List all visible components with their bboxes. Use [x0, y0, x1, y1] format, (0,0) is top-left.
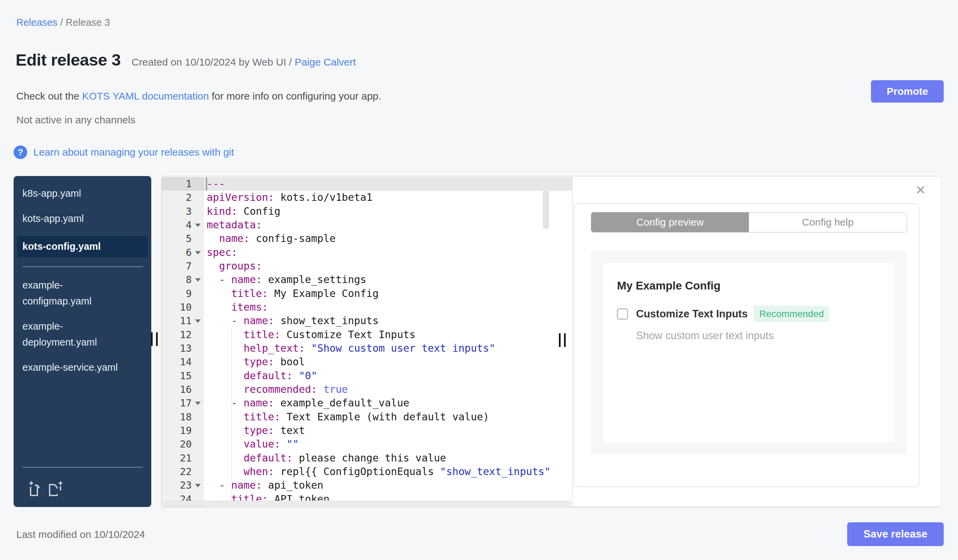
fold-arrow-icon[interactable] [195, 484, 201, 487]
fold-arrow-icon[interactable] [195, 251, 201, 255]
code-line-13[interactable]: 13 help_text: "Show custom user text inp… [162, 342, 572, 355]
gutter-line-number[interactable]: 10 [162, 301, 204, 314]
file-item-example-service.yaml[interactable]: example-service.yaml [22, 359, 124, 375]
code-text[interactable]: metadata: [204, 218, 572, 232]
gutter-line-number[interactable]: 11 [162, 314, 204, 327]
git-help-row[interactable]: ? Learn about managing your releases wit… [14, 146, 234, 159]
code-line-6[interactable]: 6spec: [162, 246, 572, 259]
code-line-10[interactable]: 10 items: [162, 301, 572, 314]
gutter-line-number[interactable]: 14 [162, 355, 204, 369]
gutter-line-number[interactable]: 5 [162, 232, 204, 245]
code-text[interactable]: name: config-sample [204, 232, 572, 245]
code-line-17[interactable]: 17 - name: example_default_value [162, 396, 572, 410]
customize-text-inputs-checkbox[interactable] [617, 308, 628, 320]
gutter-line-number[interactable]: 17 [162, 396, 204, 410]
kots-docs-link[interactable]: KOTS YAML documentation [82, 90, 209, 101]
code-text[interactable]: - name: api_token [204, 478, 572, 492]
code-line-18[interactable]: 18 title: Text Example (with default val… [162, 410, 572, 424]
code-line-8[interactable]: 8 - name: example_settings [162, 273, 572, 286]
gutter-line-number[interactable]: 25 [162, 506, 204, 507]
tab-config-preview[interactable]: Config preview [591, 212, 749, 232]
code-text[interactable]: spec: [204, 246, 572, 259]
code-text[interactable]: default: please change this value [204, 451, 572, 465]
code-line-3[interactable]: 3kind: Config [162, 204, 572, 218]
code-line-25[interactable]: 25 type: password [162, 506, 572, 507]
fold-arrow-icon[interactable] [195, 278, 201, 282]
editor-horizontal-scrollbar[interactable] [162, 500, 571, 506]
code-line-2[interactable]: 2apiVersion: kots.io/v1beta1 [162, 191, 572, 204]
fold-arrow-icon[interactable] [195, 402, 201, 405]
file-item-example-deployment.yaml[interactable]: example-deployment.yaml [22, 318, 124, 350]
code-text[interactable]: apiVersion: kots.io/v1beta1 [204, 191, 572, 204]
code-text[interactable]: --- [204, 177, 572, 191]
code-text[interactable]: default: "0" [204, 369, 572, 383]
code-text[interactable]: - name: show_text_inputs [204, 314, 572, 327]
code-text[interactable]: recommended: true [204, 383, 572, 396]
file-item-kots-app.yaml[interactable]: kots-app.yaml [22, 211, 124, 227]
code-text[interactable]: type: text [204, 424, 572, 437]
gutter-line-number[interactable]: 21 [162, 451, 204, 465]
code-line-1[interactable]: 1--- [162, 177, 572, 191]
gutter-line-number[interactable]: 15 [162, 369, 204, 383]
code-text[interactable]: value: "" [204, 437, 572, 451]
code-line-11[interactable]: 11 - name: show_text_inputs [162, 314, 572, 327]
gutter-line-number[interactable]: 22 [162, 465, 204, 478]
gutter-line-number[interactable]: 9 [162, 287, 204, 301]
code-line-9[interactable]: 9 title: My Example Config [162, 287, 572, 301]
code-line-19[interactable]: 19 type: text [162, 424, 572, 437]
code-text[interactable]: kind: Config [204, 204, 572, 218]
code-text[interactable]: groups: [204, 259, 572, 273]
code-text[interactable]: type: bool [204, 355, 572, 369]
gutter-line-number[interactable]: 6 [162, 246, 204, 259]
fold-arrow-icon[interactable] [195, 224, 201, 227]
gutter-line-number[interactable]: 1 [162, 177, 204, 191]
code-line-20[interactable]: 20 value: "" [162, 437, 572, 451]
close-icon[interactable]: × [916, 183, 925, 197]
gutter-line-number[interactable]: 18 [162, 410, 204, 424]
yaml-editor[interactable]: 1---2apiVersion: kots.io/v1beta13kind: C… [162, 176, 572, 507]
code-line-21[interactable]: 21 default: please change this value [162, 451, 572, 465]
gutter-line-number[interactable]: 19 [162, 424, 204, 437]
code-line-7[interactable]: 7 groups: [162, 259, 572, 273]
code-line-14[interactable]: 14 type: bool [162, 355, 572, 369]
author-link[interactable]: Paige Calvert [295, 56, 356, 68]
save-release-button[interactable]: Save release [847, 522, 944, 546]
gutter-line-number[interactable]: 4 [162, 218, 204, 232]
upload-file-icon[interactable] [27, 481, 42, 497]
file-item-k8s-app.yaml[interactable]: k8s-app.yaml [22, 185, 124, 201]
editor-resize-handle[interactable] [559, 333, 566, 347]
code-text[interactable]: - name: example_default_value [204, 396, 572, 410]
gutter-line-number[interactable]: 2 [162, 191, 204, 204]
gutter-line-number[interactable]: 23 [162, 478, 204, 492]
git-link[interactable]: Learn about managing your releases with … [33, 146, 234, 158]
code-text[interactable]: items: [204, 301, 572, 314]
code-line-15[interactable]: 15 default: "0" [162, 369, 572, 383]
code-text[interactable]: when: repl{{ ConfigOptionEquals "show_te… [204, 465, 572, 478]
code-line-23[interactable]: 23 - name: api_token [162, 478, 572, 492]
code-text[interactable]: title: Text Example (with default value) [204, 410, 572, 424]
code-text[interactable]: - name: example_settings [204, 273, 572, 286]
fold-arrow-icon[interactable] [195, 320, 201, 323]
promote-button[interactable]: Promote [871, 80, 944, 103]
tab-config-help[interactable]: Config help [749, 212, 907, 232]
code-line-4[interactable]: 4metadata: [162, 218, 572, 232]
add-file-icon[interactable] [48, 481, 64, 497]
gutter-line-number[interactable]: 3 [162, 204, 204, 218]
code-line-16[interactable]: 16 recommended: true [162, 383, 572, 396]
file-item-example-configmap.yaml[interactable]: example-configmap.yaml [22, 277, 124, 309]
gutter-line-number[interactable]: 7 [162, 259, 204, 273]
gutter-line-number[interactable]: 12 [162, 328, 204, 342]
gutter-line-number[interactable]: 20 [162, 437, 204, 451]
code-text[interactable]: title: My Example Config [204, 287, 572, 301]
code-line-22[interactable]: 22 when: repl{{ ConfigOptionEquals "show… [162, 465, 572, 478]
code-line-12[interactable]: 12 title: Customize Text Inputs [162, 328, 572, 342]
file-item-kots-config.yaml[interactable]: kots-config.yaml [17, 236, 148, 257]
gutter-line-number[interactable]: 8 [162, 273, 204, 286]
code-text[interactable]: title: Customize Text Inputs [204, 328, 572, 342]
breadcrumb-releases-link[interactable]: Releases [16, 17, 57, 28]
sidebar-resize-handle[interactable] [151, 332, 158, 346]
code-line-5[interactable]: 5 name: config-sample [162, 232, 572, 245]
gutter-line-number[interactable]: 13 [162, 342, 204, 355]
code-text[interactable]: help_text: "Show custom user text inputs… [204, 342, 572, 355]
code-text[interactable]: type: password [204, 506, 572, 507]
